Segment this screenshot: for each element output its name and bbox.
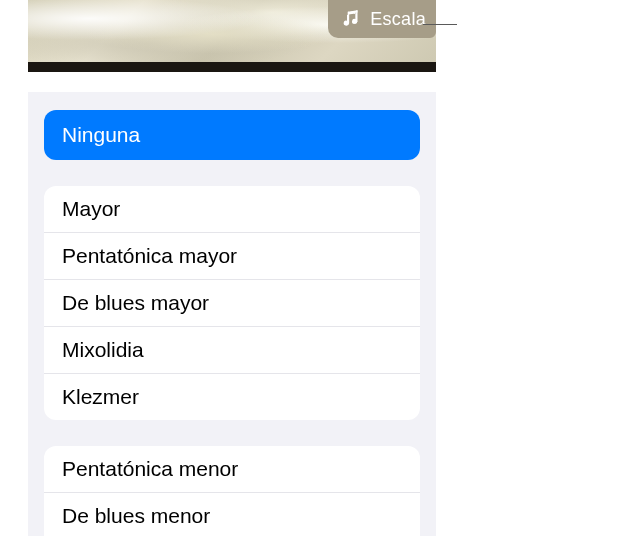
- list-item[interactable]: Klezmer: [44, 374, 420, 420]
- scale-popup-panel: Ninguna Mayor Pentatónica mayor De blues…: [28, 92, 436, 536]
- list-item[interactable]: Mayor: [44, 186, 420, 233]
- scale-selected-item[interactable]: Ninguna: [44, 110, 420, 160]
- list-item[interactable]: De blues menor: [44, 493, 420, 536]
- callout-line: [423, 24, 457, 25]
- list-item-label: Pentatónica menor: [62, 457, 238, 481]
- scale-button-wrapper: Escala: [328, 0, 436, 62]
- list-item-label: Mixolidia: [62, 338, 144, 362]
- list-item[interactable]: Mixolidia: [44, 327, 420, 374]
- list-item-label: De blues menor: [62, 504, 210, 528]
- list-item[interactable]: Pentatónica mayor: [44, 233, 420, 280]
- instrument-header-strip: Escala: [28, 0, 436, 72]
- scale-list-group-major: Mayor Pentatónica mayor De blues mayor M…: [44, 186, 420, 420]
- scale-button-label: Escala: [370, 9, 426, 30]
- scale-button[interactable]: Escala: [328, 0, 436, 38]
- list-item-label: De blues mayor: [62, 291, 209, 315]
- list-item[interactable]: De blues mayor: [44, 280, 420, 327]
- list-item[interactable]: Pentatónica menor: [44, 446, 420, 493]
- list-item-label: Klezmer: [62, 385, 139, 409]
- scale-selected-item-label: Ninguna: [62, 123, 140, 147]
- scale-list-group-minor: Pentatónica menor De blues menor Japones…: [44, 446, 420, 536]
- list-item-label: Pentatónica mayor: [62, 244, 237, 268]
- music-notes-icon: [342, 9, 362, 29]
- list-item-label: Mayor: [62, 197, 120, 221]
